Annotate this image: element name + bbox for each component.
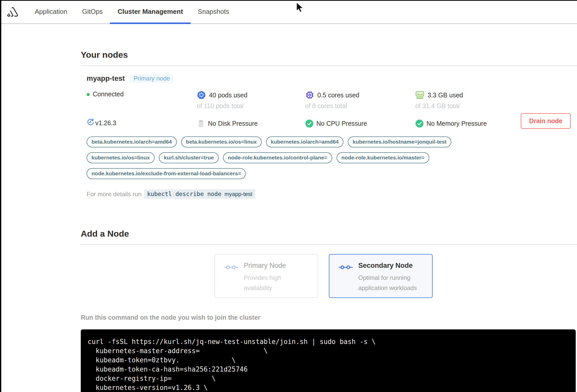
- node-label-chip: node-role.kubernetes.io/master=: [337, 152, 429, 163]
- node-link-icon: [224, 264, 239, 270]
- screen-edge-left: [0, 0, 1, 392]
- node-label-chip: beta.kubernetes.io/arch=amd64: [87, 136, 177, 147]
- node-status: Connected: [87, 90, 197, 110]
- cpu-pressure-label: No CPU Pressure: [316, 120, 367, 127]
- node-link-icon: [339, 264, 354, 270]
- disk-icon: [197, 119, 205, 128]
- pods-stat: 40 pods used of 110 pods total: [197, 90, 305, 110]
- check-circle-icon: [305, 119, 314, 128]
- kubectl-command-node-arg: myapp-test: [225, 191, 252, 198]
- cpu-pressure-condition: No CPU Pressure: [305, 119, 415, 128]
- memory-pressure-label: No Memory Pressure: [426, 120, 487, 127]
- node-status-label: Connected: [93, 90, 124, 98]
- tab-snapshots[interactable]: Snapshots: [198, 0, 229, 23]
- cpu-icon: [305, 90, 314, 100]
- section-divider: [81, 244, 577, 245]
- add-node-title: Add a Node: [81, 228, 577, 239]
- node-version: v1.26.3: [87, 119, 197, 128]
- secondary-node-option[interactable]: Secondary Node Optimal for running appli…: [329, 254, 433, 298]
- node-type-options: Primary Node Provides high availability …: [214, 254, 577, 298]
- ram-icon: RAM: [415, 90, 424, 100]
- drain-node-button[interactable]: Drain node: [521, 113, 571, 129]
- secondary-node-option-description: Optimal for running application workload…: [358, 273, 421, 293]
- node-label-chip: kubernetes.io/arch=amd64: [266, 136, 344, 147]
- node-label-chip: node.kubernetes.io/exclude-from-external…: [87, 168, 246, 179]
- node-label-chip: node-role.kubernetes.io/control-plane=: [223, 152, 332, 163]
- app-logo-icon[interactable]: [7, 6, 19, 17]
- tab-application[interactable]: Application: [35, 0, 67, 23]
- node-label-chip: beta.kubernetes.io/os=linux: [181, 136, 262, 147]
- node-version-label: v1.26.3: [95, 119, 116, 127]
- screen-edge-top: [0, 0, 577, 1]
- connected-dot-icon: [87, 93, 90, 96]
- join-instruction: Run this command on the node you wish to…: [81, 314, 577, 321]
- pods-used: 40 pods used: [209, 91, 247, 99]
- tab-gitops[interactable]: GitOps: [82, 0, 103, 23]
- your-nodes-title: Your nodes: [81, 24, 577, 60]
- primary-node-option-title: Primary Node: [244, 262, 306, 270]
- kubectl-command-text: kubectl describe node: [147, 191, 222, 197]
- node-label-chip: kurl.sh/cluster=true: [159, 152, 219, 163]
- join-command-text: curl -fsSL https://kurl.sh/jq-new-test-u…: [88, 337, 571, 392]
- ram-total: of 31.4 GB total: [415, 102, 463, 110]
- primary-node-option-description: Provides high availability: [244, 273, 306, 293]
- node-label-chip: kubernetes.io/hostname=jonquil-test: [348, 136, 451, 147]
- cores-stat: 0.5 cores used of 8 cores total: [305, 90, 415, 110]
- tab-cluster-management[interactable]: Cluster Management: [118, 0, 183, 23]
- cores-total: of 8 cores total: [305, 102, 359, 110]
- join-command-terminal: curl -fsSL https://kurl.sh/jq-new-test-u…: [81, 329, 576, 392]
- kubernetes-icon: [197, 90, 206, 100]
- svg-text:RAM: RAM: [417, 93, 423, 96]
- node-label-chip: kubernetes.io/os=linux: [87, 152, 155, 163]
- node-name: myapp-test: [87, 74, 125, 83]
- memory-stat: RAM 3.3 GB used of 31.4 GB total: [415, 90, 577, 110]
- check-circle-icon: [415, 119, 424, 128]
- disk-pressure-label: No Disk Pressure: [208, 120, 258, 127]
- primary-node-option[interactable]: Primary Node Provides high availability: [214, 254, 318, 298]
- pods-total: of 110 pods total: [197, 102, 247, 110]
- nav-tabs: Application GitOps Cluster Management Sn…: [35, 0, 244, 23]
- top-nav: Application GitOps Cluster Management Sn…: [0, 0, 577, 24]
- node-card: myapp-test Primary node Connected: [87, 66, 577, 199]
- primary-node-badge: Primary node: [130, 74, 174, 83]
- node-labels: beta.kubernetes.io/arch=amd64 beta.kuber…: [87, 136, 531, 179]
- ram-used: 3.3 GB used: [428, 91, 463, 99]
- version-history-icon: [87, 118, 95, 126]
- secondary-node-option-title: Secondary Node: [358, 262, 421, 270]
- cores-used: 0.5 cores used: [317, 91, 359, 99]
- describe-node-command: kubectl describe node myapp-test: [144, 189, 256, 199]
- disk-pressure-condition: No Disk Pressure: [197, 119, 305, 128]
- details-prefix: For more details run: [87, 191, 142, 198]
